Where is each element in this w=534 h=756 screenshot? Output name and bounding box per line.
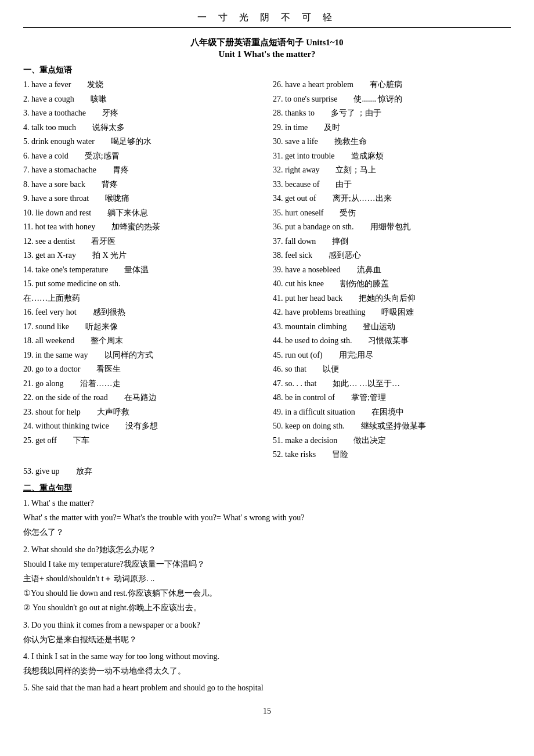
right-phrase-item: 47. so. . . that 如此… …以至于… <box>273 377 511 391</box>
right-phrase-item: 32. right away 立刻；马上 <box>273 163 511 178</box>
sentence-line: 你认为它是来自报纸还是书呢？ <box>23 632 511 647</box>
sentence-item: 3. Do you think it comes from a newspape… <box>23 618 511 647</box>
sentence-line: What' s the matter with you?= What's the… <box>23 510 511 525</box>
left-phrase-item: 3. have a toothache 牙疼 <box>23 106 261 121</box>
left-phrase-item: 12. see a dentist 看牙医 <box>23 235 261 249</box>
header-title: 一 寸 光 阴 不 可 轻 <box>197 12 337 22</box>
left-phrase-item: 18. all weekend 整个周末 <box>23 334 261 348</box>
right-phrase-item: 27. to one's surprise 使....... 惊讶的 <box>273 92 511 107</box>
left-phrase-item: 23. shout for help 大声呼救 <box>23 405 261 420</box>
sentence-title: 2. What should she do?她该怎么办呢？ <box>23 542 511 557</box>
left-phrase-item: 20. go to a doctor 看医生 <box>23 362 261 377</box>
sentences-block: 1. What' s the matter?What' s the matter… <box>23 496 511 695</box>
right-phrase-item: 37. fall down 摔倒 <box>273 235 511 249</box>
right-phrase-item: 50. keep on doing sth. 继续或坚持做某事 <box>273 419 511 434</box>
sentence-line: 我想我以同样的姿势一动不动地坐得太久了。 <box>23 664 511 678</box>
left-phrase-item: 6. have a cold 受凉;感冒 <box>23 149 261 164</box>
left-phrase-item: 25. get off 下车 <box>23 434 261 448</box>
right-phrase-item: 34. get out of 离开;从……出来 <box>273 192 511 206</box>
right-phrase-item: 26. have a heart problem 有心脏病 <box>273 78 511 92</box>
right-phrase-item: 41. put her head back 把她的头向后仰 <box>273 291 511 306</box>
bottom-single: 53. give up 放弃 <box>23 465 511 479</box>
sentence-title: 5. She said that the man had a heart pro… <box>23 681 511 695</box>
left-phrase-item: 7. have a stomachache 胃疼 <box>23 163 261 178</box>
sentence-line: 你怎么了？ <box>23 525 511 539</box>
right-phrase-item: 30. save a life 挽救生命 <box>273 135 511 149</box>
section-one-label: 一、重点短语 <box>23 65 511 75</box>
sentence-item: 2. What should she do?她该怎么办呢？Should I ta… <box>23 542 511 615</box>
left-phrase-item: 5. drink enough water 喝足够的水 <box>23 135 261 149</box>
left-phrase-item: 在……上面敷药 <box>23 291 261 306</box>
right-phrase-item: 29. in time 及时 <box>273 121 511 135</box>
left-phrase-item: 17. sound like 听起来像 <box>23 320 261 334</box>
sentence-item: 5. She said that the man had a heart pro… <box>23 681 511 695</box>
right-phrase-item: 35. hurt oneself 受伤 <box>273 206 511 221</box>
sentence-title: 4. I think I sat in the same way for too… <box>23 649 511 664</box>
left-phrase-item: 9. have a sore throat 喉咙痛 <box>23 192 261 206</box>
right-phrase-item: 42. have problems breathing 呼吸困难 <box>273 305 511 320</box>
right-phrase-item: 52. take risks 冒险 <box>273 448 511 462</box>
page-number: 15 <box>23 707 511 716</box>
left-phrase-item: 15. put some medicine on sth. <box>23 277 261 291</box>
sentence-line: 主语+ should/shouldn't t＋ 动词原形. .. <box>23 571 511 586</box>
right-phrase-item: 43. mountain climbing 登山运动 <box>273 320 511 334</box>
right-phrase-item: 36. put a bandage on sth. 用绷带包扎 <box>273 220 511 235</box>
sentence-item: 1. What' s the matter?What' s the matter… <box>23 496 511 540</box>
left-phrase-item: 11. hot tea with honey 加蜂蜜的热茶 <box>23 220 261 235</box>
sentence-title: 1. What' s the matter? <box>23 496 511 510</box>
right-phrase-item: 49. in a difficult situation 在困境中 <box>273 405 511 420</box>
sentence-line: Should I take my temperature?我应该量一下体温吗？ <box>23 557 511 571</box>
right-phrase-item: 31. get into trouble 造成麻烦 <box>273 149 511 164</box>
left-phrase-item: 14. take one's temperature 量体温 <box>23 263 261 278</box>
right-phrase-item: 39. have a nosebleed 流鼻血 <box>273 263 511 278</box>
sentence-line: ①You should lie down and rest.你应该躺下休息一会儿… <box>23 586 511 600</box>
left-phrase-item: 19. in the same way 以同样的方式 <box>23 348 261 363</box>
left-phrase-item: 2. have a cough 咳嗽 <box>23 92 261 107</box>
right-phrase-item: 33. because of 由于 <box>273 178 511 192</box>
right-phrase-item: 38. feel sick 感到恶心 <box>273 249 511 263</box>
left-phrase-item: 24. without thinking twice 没有多想 <box>23 419 261 434</box>
left-phrase-item: 13. get an X-ray 拍 X 光片 <box>23 249 261 263</box>
sentence-title: 3. Do you think it comes from a newspape… <box>23 618 511 632</box>
left-phrase-item: 10. lie down and rest 躺下来休息 <box>23 206 261 221</box>
sentence-line: ② You shouldn't go out at night.你晚上不应该出去… <box>23 600 511 615</box>
right-phrases-col: 26. have a heart problem 有心脏病27. to one'… <box>267 78 511 462</box>
right-phrase-item: 28. thanks to 多亏了 ；由于 <box>273 106 511 121</box>
left-phrase-item: 21. go along 沿着……走 <box>23 377 261 391</box>
left-phrase-item: 22. on the side of the road 在马路边 <box>23 391 261 405</box>
page-header: 一 寸 光 阴 不 可 轻 <box>23 12 511 28</box>
right-phrase-item: 45. run out (of) 用完;用尽 <box>273 348 511 363</box>
left-phrases-col: 1. have a fever 发烧2. have a cough 咳嗽3. h… <box>23 78 267 462</box>
right-phrase-item: 48. be in control of 掌管;管理 <box>273 391 511 405</box>
bottom-single-item: 53. give up 放弃 <box>23 465 511 479</box>
right-phrase-item: 46. so that 以便 <box>273 362 511 377</box>
right-phrase-item: 44. be used to doing sth. 习惯做某事 <box>273 334 511 348</box>
left-phrase-item: 16. feel very hot 感到很热 <box>23 305 261 320</box>
section-two-label: 二、重点句型 <box>23 483 511 494</box>
left-phrase-item: 8. have a sore back 背疼 <box>23 178 261 192</box>
sub-title: Unit 1 What's the matter? <box>23 49 511 59</box>
left-phrase-item: 1. have a fever 发烧 <box>23 78 261 92</box>
main-title: 八年级下册英语重点短语句子 Units1~10 <box>23 37 511 48</box>
left-phrase-item: 4. talk too much 说得太多 <box>23 121 261 135</box>
right-phrase-item: 51. make a decision 做出决定 <box>273 434 511 448</box>
right-phrase-item: 40. cut his knee 割伤他的膝盖 <box>273 277 511 291</box>
sentence-item: 4. I think I sat in the same way for too… <box>23 649 511 678</box>
